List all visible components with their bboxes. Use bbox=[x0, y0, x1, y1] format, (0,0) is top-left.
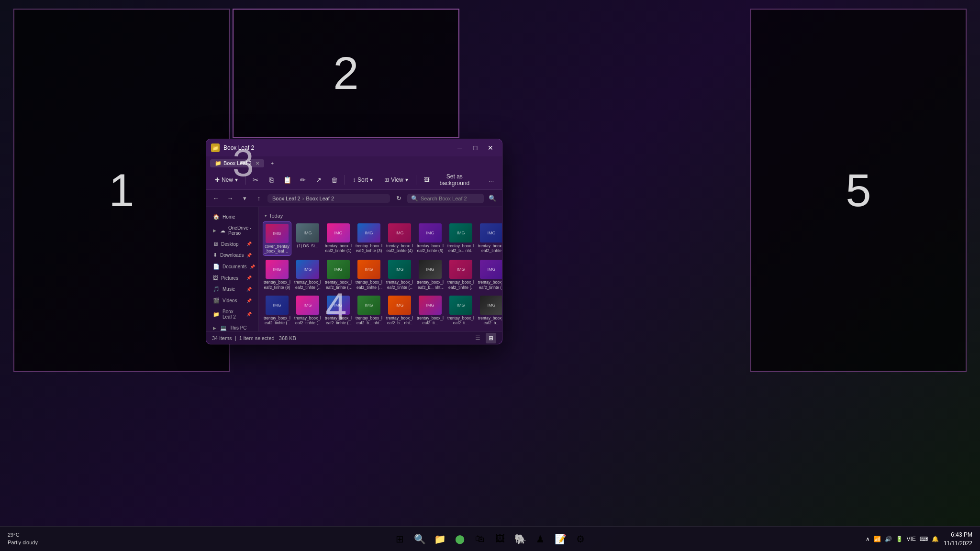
file-name: trentay_boox_leaf2_b... nhte (7) bbox=[447, 243, 474, 253]
file-name: trentay_boox_leaf2_tinhte (9) bbox=[264, 280, 290, 289]
tray-chevron[interactable]: ∧ bbox=[866, 536, 870, 542]
paste-button[interactable]: 📋 bbox=[280, 173, 294, 187]
cut-button[interactable]: ✂ bbox=[249, 173, 263, 187]
file-name: trentay_boox_leaf2_tinhte (5) bbox=[417, 243, 444, 253]
file-item[interactable]: IMGtrentay_boox_leaf2_b... nhte (22) bbox=[355, 294, 383, 327]
sidebar-label-home: Home bbox=[223, 214, 235, 220]
weather-desc: Partly cloudy bbox=[8, 539, 38, 546]
taskbar-store-button[interactable]: 🛍 bbox=[471, 530, 489, 548]
sidebar-item-thispc[interactable]: ▶ 💻 This PC bbox=[208, 322, 256, 331]
file-item[interactable]: IMGtrentay_boox_leaf2_b... nhte (14) bbox=[416, 258, 445, 291]
file-name: trentay_boox_leaf2_tinhte (15) bbox=[447, 280, 474, 289]
file-item[interactable]: IMGtrentay_boox_leaf2_tinhte (19) bbox=[263, 294, 291, 327]
notification-icon[interactable]: 🔔 bbox=[932, 536, 939, 542]
rename-button[interactable]: ✏ bbox=[296, 173, 310, 187]
taskbar-center: ⊞ 🔍 📁 ⬤ 🛍 🖼 🐘 ♟ 📝 bbox=[391, 530, 589, 548]
file-item[interactable]: IMGtrentay_boox_leaf2_tinhte (3) bbox=[355, 221, 383, 256]
sidebar-item-desktop[interactable]: 🖥 Desktop 📌 bbox=[208, 239, 256, 249]
desktop-number-1: 1 bbox=[109, 164, 134, 217]
file-item[interactable]: IMGtrentay_boox_leaf2_tinhte (15) bbox=[446, 258, 475, 291]
tab-close-icon[interactable]: ✕ bbox=[256, 161, 259, 166]
tab-bar: 📁 Boox Leaf 2 ✕ + bbox=[206, 156, 502, 170]
tab-boox-leaf-2[interactable]: 📁 Boox Leaf 2 ✕ bbox=[210, 159, 264, 167]
delete-button[interactable]: 🗑 bbox=[328, 173, 342, 187]
file-name: (1).DS_St... bbox=[297, 243, 318, 248]
file-item[interactable]: IMGtrentay_boox_leaf2_tinhte (5) bbox=[416, 221, 445, 256]
window-title: Boox Leaf 2 bbox=[223, 144, 449, 151]
search-button[interactable]: 🔍 bbox=[411, 530, 428, 548]
share-button[interactable]: ↗ bbox=[312, 173, 326, 187]
toolbar-separator-1 bbox=[245, 175, 246, 185]
back-button[interactable]: ← bbox=[210, 193, 222, 204]
file-item[interactable]: IMGtrentay_boox_leaf2_ti... bbox=[416, 294, 445, 327]
refresh-button[interactable]: ↻ bbox=[393, 193, 404, 204]
datetime-display[interactable]: 6:43 PM 11/11/2022 bbox=[944, 530, 972, 548]
taskbar-steam-button[interactable]: ♟ bbox=[532, 530, 549, 548]
file-item[interactable]: IMGcover_trentay_boox_leaf2_tinhte (2) bbox=[263, 221, 291, 256]
file-item[interactable]: IMGtrentay_boox_leaf2_tinhte (16) bbox=[477, 258, 502, 291]
search-submit-button[interactable]: 🔍 bbox=[487, 193, 498, 204]
file-item[interactable]: IMGtrentay_boox_leaf2_tinhte bbox=[477, 221, 502, 256]
more-options-button[interactable]: ... bbox=[484, 173, 498, 187]
search-input[interactable] bbox=[421, 196, 478, 201]
taskbar-chrome-button[interactable]: ⬤ bbox=[451, 530, 468, 548]
file-name: trentay_boox_leaf2_tinhte (3) bbox=[356, 243, 382, 253]
breadcrumb[interactable]: Boox Leaf 2 › Boox Leaf 2 bbox=[267, 194, 390, 203]
sidebar-item-pictures[interactable]: 🖼 Pictures 📌 bbox=[208, 273, 256, 283]
taskbar-notion-button[interactable]: 📝 bbox=[552, 530, 569, 548]
file-item[interactable]: IMGtrentay_boox_leaf2_tinhte (11) bbox=[324, 258, 353, 291]
up-button[interactable]: ↑ bbox=[253, 193, 265, 204]
file-item[interactable]: IMGtrentay_boox_leaf2_ti... bbox=[446, 294, 475, 327]
breadcrumb-separator: › bbox=[302, 196, 304, 201]
sidebar-item-videos[interactable]: 🎬 Videos 📌 bbox=[208, 295, 256, 306]
copy-button[interactable]: ⎘ bbox=[265, 173, 278, 187]
virtual-desktop-2[interactable]: 2 bbox=[233, 9, 459, 138]
file-item[interactable]: IMGtrentay_boox_leaf2_b... nhte (23) bbox=[385, 294, 414, 327]
file-item[interactable]: IMGtrentay_boox_leaf2_tinhte (20) bbox=[293, 294, 322, 327]
sidebar-item-boox[interactable]: 📁 Boox Leaf 2 📌 bbox=[208, 307, 256, 322]
file-item[interactable]: IMGtrentay_boox_leaf2_b... nhte (7) bbox=[446, 221, 475, 256]
sidebar-item-home[interactable]: 🏠 Home bbox=[208, 211, 256, 222]
set-background-button[interactable]: 🖼 Set as background bbox=[419, 171, 482, 188]
add-tab-button[interactable]: + bbox=[266, 159, 278, 167]
sidebar-item-downloads[interactable]: ⬇ Downloads 📌 bbox=[208, 250, 256, 261]
evernote-icon: 🐘 bbox=[514, 533, 526, 545]
toolbar-separator-2 bbox=[345, 175, 345, 185]
sidebar-label-downloads: Downloads bbox=[220, 253, 244, 258]
file-item[interactable]: IMG(1).DS_St... bbox=[293, 221, 322, 256]
taskbar-explorer-button[interactable]: 📁 bbox=[431, 530, 448, 548]
file-item[interactable]: IMGtrentay_boox_leaf2_tinhte (4) bbox=[385, 221, 414, 256]
file-item[interactable]: IMGtrentay_boox_leaf2_tinhte (21) bbox=[324, 294, 353, 327]
forward-button[interactable]: → bbox=[224, 193, 236, 204]
file-item[interactable]: IMGtrentay_boox_leaf2_tinhte (10) bbox=[293, 258, 322, 291]
file-item[interactable]: IMGtrentay_boox_leaf2_tinhte (13) bbox=[385, 258, 414, 291]
language-indicator[interactable]: VIE bbox=[907, 536, 916, 542]
sidebar-item-music[interactable]: 🎵 Music 📌 bbox=[208, 284, 256, 295]
view-button[interactable]: ⊞ View ▾ bbox=[379, 175, 413, 185]
file-item[interactable]: IMGtrentay_boox_leaf2_tinhte (9) bbox=[263, 258, 291, 291]
taskbar-settings-button[interactable]: ⚙ bbox=[572, 530, 589, 548]
virtual-desktop-1[interactable]: 1 bbox=[13, 9, 230, 372]
virtual-desktop-5[interactable]: 5 bbox=[750, 9, 967, 372]
taskbar-evernote-button[interactable]: 🐘 bbox=[512, 530, 529, 548]
toolbar-separator-3 bbox=[416, 175, 416, 185]
minimize-button[interactable]: ─ bbox=[453, 143, 467, 153]
sort-button[interactable]: ↕ Sort ▾ bbox=[348, 175, 378, 185]
sort-chevron-icon: ▾ bbox=[370, 176, 373, 183]
maximize-button[interactable]: □ bbox=[468, 143, 482, 153]
file-item[interactable]: IMGtrentay_boox_leaf2_b... bbox=[477, 294, 502, 327]
close-button[interactable]: ✕ bbox=[484, 143, 497, 153]
new-button[interactable]: ✚ New ▾ bbox=[210, 175, 243, 185]
grid-view-button[interactable]: ⊞ bbox=[486, 333, 496, 343]
sidebar-item-documents[interactable]: 📄 Documents 📌 bbox=[208, 261, 256, 272]
recent-button[interactable]: ▾ bbox=[239, 193, 250, 204]
sidebar-item-onedrive[interactable]: ▶ ☁ OneDrive - Perso bbox=[208, 223, 256, 238]
taskbar-photos-button[interactable]: 🖼 bbox=[491, 530, 509, 548]
status-bar: 34 items | 1 item selected 368 KB ☰ ⊞ bbox=[206, 331, 502, 344]
start-button[interactable]: ⊞ bbox=[391, 530, 408, 548]
file-item[interactable]: IMGtrentay_boox_leaf2_tinhte (12) bbox=[355, 258, 383, 291]
list-view-button[interactable]: ☰ bbox=[472, 333, 483, 343]
file-item[interactable]: IMGtrentay_boox_leaf2_tinhte (1) bbox=[324, 221, 353, 256]
file-name: trentay_boox_leaf2_tinhte (20) bbox=[294, 316, 321, 325]
status-selection: 1 item selected bbox=[239, 335, 275, 341]
